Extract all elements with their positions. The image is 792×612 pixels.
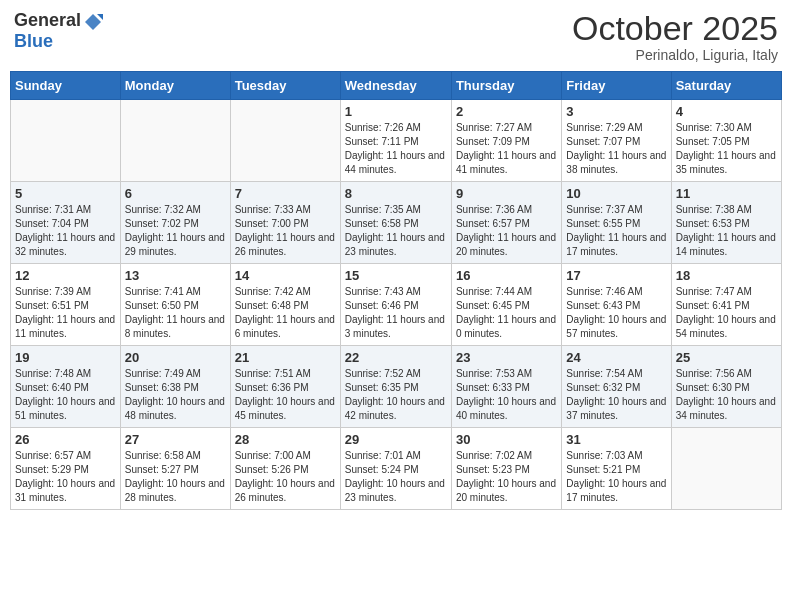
calendar-cell: 17Sunrise: 7:46 AM Sunset: 6:43 PM Dayli… <box>562 264 671 346</box>
calendar-cell: 18Sunrise: 7:47 AM Sunset: 6:41 PM Dayli… <box>671 264 781 346</box>
day-number: 5 <box>15 186 116 201</box>
day-number: 21 <box>235 350 336 365</box>
day-number: 8 <box>345 186 447 201</box>
day-number: 10 <box>566 186 666 201</box>
day-number: 12 <box>15 268 116 283</box>
day-info: Sunrise: 7:30 AM Sunset: 7:05 PM Dayligh… <box>676 121 777 177</box>
calendar-cell: 27Sunrise: 6:58 AM Sunset: 5:27 PM Dayli… <box>120 428 230 510</box>
day-number: 11 <box>676 186 777 201</box>
day-info: Sunrise: 7:27 AM Sunset: 7:09 PM Dayligh… <box>456 121 557 177</box>
day-number: 22 <box>345 350 447 365</box>
day-info: Sunrise: 7:03 AM Sunset: 5:21 PM Dayligh… <box>566 449 666 505</box>
header-monday: Monday <box>120 72 230 100</box>
day-info: Sunrise: 6:58 AM Sunset: 5:27 PM Dayligh… <box>125 449 226 505</box>
calendar-cell: 28Sunrise: 7:00 AM Sunset: 5:26 PM Dayli… <box>230 428 340 510</box>
day-info: Sunrise: 7:26 AM Sunset: 7:11 PM Dayligh… <box>345 121 447 177</box>
calendar-cell: 14Sunrise: 7:42 AM Sunset: 6:48 PM Dayli… <box>230 264 340 346</box>
header-saturday: Saturday <box>671 72 781 100</box>
day-info: Sunrise: 7:53 AM Sunset: 6:33 PM Dayligh… <box>456 367 557 423</box>
calendar-cell: 29Sunrise: 7:01 AM Sunset: 5:24 PM Dayli… <box>340 428 451 510</box>
logo-general-text: General <box>14 10 81 31</box>
day-number: 26 <box>15 432 116 447</box>
calendar-week-row: 5Sunrise: 7:31 AM Sunset: 7:04 PM Daylig… <box>11 182 782 264</box>
svg-marker-0 <box>85 14 101 30</box>
day-number: 27 <box>125 432 226 447</box>
header: General Blue October 2025 Perinaldo, Lig… <box>10 10 782 63</box>
header-friday: Friday <box>562 72 671 100</box>
calendar-cell <box>120 100 230 182</box>
day-info: Sunrise: 7:37 AM Sunset: 6:55 PM Dayligh… <box>566 203 666 259</box>
calendar-cell: 6Sunrise: 7:32 AM Sunset: 7:02 PM Daylig… <box>120 182 230 264</box>
day-number: 1 <box>345 104 447 119</box>
calendar-cell: 16Sunrise: 7:44 AM Sunset: 6:45 PM Dayli… <box>451 264 561 346</box>
title-block: October 2025 Perinaldo, Liguria, Italy <box>572 10 778 63</box>
calendar-cell: 4Sunrise: 7:30 AM Sunset: 7:05 PM Daylig… <box>671 100 781 182</box>
calendar-cell: 7Sunrise: 7:33 AM Sunset: 7:00 PM Daylig… <box>230 182 340 264</box>
calendar-week-row: 12Sunrise: 7:39 AM Sunset: 6:51 PM Dayli… <box>11 264 782 346</box>
calendar-cell <box>671 428 781 510</box>
day-info: Sunrise: 7:39 AM Sunset: 6:51 PM Dayligh… <box>15 285 116 341</box>
day-number: 4 <box>676 104 777 119</box>
day-number: 6 <box>125 186 226 201</box>
logo-blue-text: Blue <box>14 31 53 51</box>
calendar-cell: 22Sunrise: 7:52 AM Sunset: 6:35 PM Dayli… <box>340 346 451 428</box>
day-number: 31 <box>566 432 666 447</box>
day-number: 17 <box>566 268 666 283</box>
calendar-cell: 12Sunrise: 7:39 AM Sunset: 6:51 PM Dayli… <box>11 264 121 346</box>
calendar-cell: 23Sunrise: 7:53 AM Sunset: 6:33 PM Dayli… <box>451 346 561 428</box>
calendar-header-row: Sunday Monday Tuesday Wednesday Thursday… <box>11 72 782 100</box>
day-info: Sunrise: 7:02 AM Sunset: 5:23 PM Dayligh… <box>456 449 557 505</box>
day-info: Sunrise: 7:49 AM Sunset: 6:38 PM Dayligh… <box>125 367 226 423</box>
month-title: October 2025 <box>572 10 778 47</box>
calendar-cell: 20Sunrise: 7:49 AM Sunset: 6:38 PM Dayli… <box>120 346 230 428</box>
logo-icon <box>83 12 103 32</box>
day-info: Sunrise: 7:31 AM Sunset: 7:04 PM Dayligh… <box>15 203 116 259</box>
day-info: Sunrise: 7:44 AM Sunset: 6:45 PM Dayligh… <box>456 285 557 341</box>
calendar-cell: 2Sunrise: 7:27 AM Sunset: 7:09 PM Daylig… <box>451 100 561 182</box>
day-info: Sunrise: 7:46 AM Sunset: 6:43 PM Dayligh… <box>566 285 666 341</box>
day-number: 14 <box>235 268 336 283</box>
day-number: 16 <box>456 268 557 283</box>
day-info: Sunrise: 7:35 AM Sunset: 6:58 PM Dayligh… <box>345 203 447 259</box>
calendar-cell: 11Sunrise: 7:38 AM Sunset: 6:53 PM Dayli… <box>671 182 781 264</box>
day-info: Sunrise: 7:54 AM Sunset: 6:32 PM Dayligh… <box>566 367 666 423</box>
day-info: Sunrise: 7:01 AM Sunset: 5:24 PM Dayligh… <box>345 449 447 505</box>
day-info: Sunrise: 7:36 AM Sunset: 6:57 PM Dayligh… <box>456 203 557 259</box>
header-sunday: Sunday <box>11 72 121 100</box>
day-number: 23 <box>456 350 557 365</box>
day-info: Sunrise: 7:42 AM Sunset: 6:48 PM Dayligh… <box>235 285 336 341</box>
day-info: Sunrise: 7:51 AM Sunset: 6:36 PM Dayligh… <box>235 367 336 423</box>
calendar-table: Sunday Monday Tuesday Wednesday Thursday… <box>10 71 782 510</box>
calendar-week-row: 26Sunrise: 6:57 AM Sunset: 5:29 PM Dayli… <box>11 428 782 510</box>
day-number: 3 <box>566 104 666 119</box>
day-number: 20 <box>125 350 226 365</box>
calendar-cell: 10Sunrise: 7:37 AM Sunset: 6:55 PM Dayli… <box>562 182 671 264</box>
day-info: Sunrise: 7:43 AM Sunset: 6:46 PM Dayligh… <box>345 285 447 341</box>
logo: General Blue <box>14 10 103 52</box>
calendar-cell: 19Sunrise: 7:48 AM Sunset: 6:40 PM Dayli… <box>11 346 121 428</box>
day-info: Sunrise: 7:41 AM Sunset: 6:50 PM Dayligh… <box>125 285 226 341</box>
calendar-cell: 24Sunrise: 7:54 AM Sunset: 6:32 PM Dayli… <box>562 346 671 428</box>
day-number: 9 <box>456 186 557 201</box>
calendar-cell <box>11 100 121 182</box>
calendar-cell: 13Sunrise: 7:41 AM Sunset: 6:50 PM Dayli… <box>120 264 230 346</box>
day-info: Sunrise: 7:48 AM Sunset: 6:40 PM Dayligh… <box>15 367 116 423</box>
page: General Blue October 2025 Perinaldo, Lig… <box>0 0 792 612</box>
day-info: Sunrise: 7:47 AM Sunset: 6:41 PM Dayligh… <box>676 285 777 341</box>
day-number: 25 <box>676 350 777 365</box>
day-info: Sunrise: 7:32 AM Sunset: 7:02 PM Dayligh… <box>125 203 226 259</box>
calendar-cell: 5Sunrise: 7:31 AM Sunset: 7:04 PM Daylig… <box>11 182 121 264</box>
day-number: 24 <box>566 350 666 365</box>
calendar-week-row: 1Sunrise: 7:26 AM Sunset: 7:11 PM Daylig… <box>11 100 782 182</box>
day-info: Sunrise: 7:38 AM Sunset: 6:53 PM Dayligh… <box>676 203 777 259</box>
calendar-week-row: 19Sunrise: 7:48 AM Sunset: 6:40 PM Dayli… <box>11 346 782 428</box>
day-number: 13 <box>125 268 226 283</box>
day-number: 2 <box>456 104 557 119</box>
calendar-cell <box>230 100 340 182</box>
day-number: 28 <box>235 432 336 447</box>
header-tuesday: Tuesday <box>230 72 340 100</box>
day-number: 29 <box>345 432 447 447</box>
calendar-cell: 25Sunrise: 7:56 AM Sunset: 6:30 PM Dayli… <box>671 346 781 428</box>
day-info: Sunrise: 7:52 AM Sunset: 6:35 PM Dayligh… <box>345 367 447 423</box>
calendar-cell: 31Sunrise: 7:03 AM Sunset: 5:21 PM Dayli… <box>562 428 671 510</box>
